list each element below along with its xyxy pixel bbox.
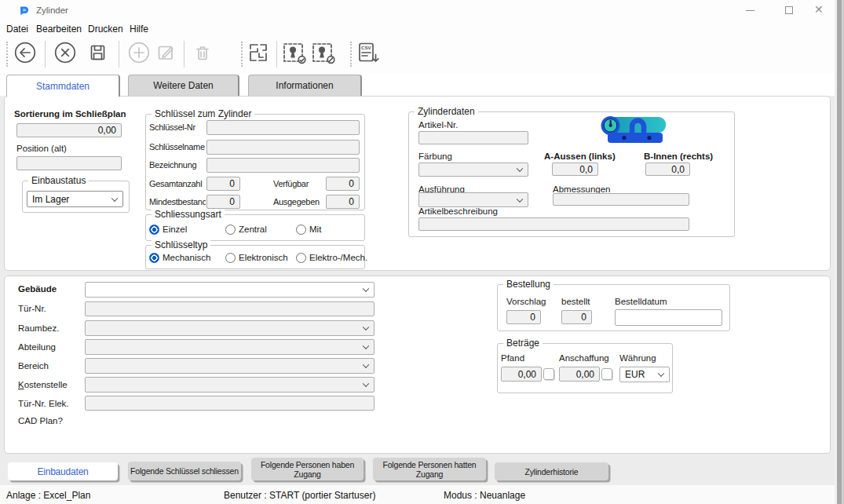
- bottom-tab-personen-hatten-zugang[interactable]: Folgende Personen hatten Zugang: [373, 458, 486, 480]
- raumbez-label: Raumbez.: [18, 323, 59, 333]
- artikel-nr-label: Artikel-Nr.: [418, 120, 458, 130]
- chevron-down-icon: [517, 166, 523, 172]
- ausfuehrung-select[interactable]: [418, 192, 528, 207]
- app-icon: [19, 5, 30, 16]
- pfand-calc-button[interactable]: [543, 368, 554, 380]
- bereich-select[interactable]: [85, 358, 375, 374]
- bottom-tab-schluessel-schliessen[interactable]: Folgende Schlüssel schliessen: [128, 462, 241, 480]
- minimize-button[interactable]: [746, 10, 754, 11]
- gesamtanzahl-field[interactable]: 0: [206, 177, 240, 191]
- elektro-mech-label: Elektro-/Mech.: [309, 253, 367, 262]
- radio-zentral[interactable]: [225, 225, 236, 235]
- schluessel-legend: Schlüssel zum Zylinder: [152, 108, 254, 119]
- add-icon: [127, 41, 151, 64]
- plan-key-unlink-icon: [310, 41, 336, 64]
- delete-button[interactable]: [191, 41, 214, 68]
- bestellt-label: bestellt: [561, 297, 590, 306]
- menu-bearbeiten[interactable]: Bearbeiten: [36, 24, 82, 35]
- bereich-label: Bereich: [18, 361, 49, 371]
- gesamtanzahl-label: Gesamtanzahl: [149, 179, 202, 188]
- ausgegeben-field[interactable]: 0: [326, 195, 360, 209]
- radio-mechanisch[interactable]: [149, 253, 159, 263]
- plan-button[interactable]: [247, 41, 270, 68]
- bestellt-field[interactable]: 0: [561, 310, 592, 324]
- position-alt-label: Position (alt): [16, 144, 67, 153]
- status-modus: Modus : Neuanlage: [444, 490, 525, 501]
- menu-drucken[interactable]: Drucken: [88, 24, 123, 35]
- faerbung-select[interactable]: [418, 163, 528, 177]
- back-button[interactable]: [13, 41, 37, 68]
- raumbez-select[interactable]: [85, 320, 375, 336]
- tuer-nr-elek-label: Tür-Nr. Elek.: [18, 399, 69, 408]
- menu-hilfe[interactable]: Hilfe: [130, 24, 148, 35]
- a-aussen-label: A-Aussen (links): [544, 152, 616, 161]
- tuer-nr-field[interactable]: [85, 301, 375, 316]
- radio-mit[interactable]: [296, 225, 306, 235]
- tuer-nr-elek-field[interactable]: [85, 396, 375, 411]
- schluesselname-field[interactable]: [206, 140, 360, 155]
- toolbar-grip: [350, 42, 352, 67]
- bottom-tab-einbaudaten[interactable]: Einbaudaten: [8, 462, 118, 480]
- gebaeude-select[interactable]: [85, 282, 375, 298]
- close-button[interactable]: ✕: [814, 3, 824, 16]
- anschaffung-field[interactable]: 0,00: [559, 367, 600, 382]
- csv-export-button[interactable]: CSV: [356, 41, 381, 68]
- status-bar: Anlage : Excel_Plan Benutzer : START (po…: [0, 485, 835, 504]
- maximize-button[interactable]: [785, 6, 793, 14]
- schluessel-nr-field[interactable]: [206, 120, 360, 135]
- plan-key-unlink-button[interactable]: [310, 41, 336, 68]
- bezeichnung-field[interactable]: [206, 158, 360, 173]
- tab-weitere-daten[interactable]: Weitere Daten: [128, 75, 239, 96]
- vorschlag-field[interactable]: 0: [506, 310, 541, 324]
- radio-elektro-mech[interactable]: [296, 253, 306, 263]
- artikel-nr-field[interactable]: [418, 131, 528, 144]
- abteilung-select[interactable]: [85, 339, 375, 355]
- kostenstelle-select[interactable]: [85, 377, 375, 393]
- chevron-down-icon: [363, 324, 369, 331]
- toolbar-separator: [276, 41, 277, 68]
- b-innen-field[interactable]: 0,0: [645, 163, 690, 176]
- menu-bar: Datei Bearbeiten Drucken Hilfe: [0, 21, 835, 36]
- sortierung-field[interactable]: 0,00: [16, 123, 122, 137]
- edit-button[interactable]: [154, 41, 177, 68]
- status-anlage: Anlage : Excel_Plan: [6, 490, 90, 501]
- artikelbeschreibung-field[interactable]: [418, 217, 689, 231]
- cancel-button[interactable]: [53, 41, 77, 68]
- chevron-down-icon: [363, 362, 369, 368]
- menu-datei[interactable]: Datei: [6, 24, 28, 35]
- verfuegbar-field[interactable]: 0: [326, 177, 360, 191]
- waehrung-value: EUR: [625, 369, 645, 380]
- mindestbestand-field[interactable]: 0: [206, 195, 240, 209]
- toolbar-grip: [6, 42, 8, 67]
- window-right-edge: [835, 0, 844, 504]
- anschaffung-calc-button[interactable]: [601, 368, 612, 380]
- schliessungsart-legend: Schliessungsart: [152, 209, 225, 220]
- add-button[interactable]: [127, 41, 151, 68]
- tab-stammdaten[interactable]: Stammdaten: [6, 75, 120, 97]
- vorschlag-label: Vorschlag: [506, 297, 546, 306]
- plan-key-link-button[interactable]: [281, 41, 307, 68]
- schluesseltyp-legend: Schlüsseltyp: [152, 239, 210, 250]
- bottom-tab-zylinderhistorie[interactable]: Zylinderhistorie: [495, 462, 608, 480]
- pfand-field[interactable]: 0,00: [501, 367, 542, 382]
- toolbar-separator: [45, 41, 46, 68]
- plan-key-link-icon: [281, 41, 307, 64]
- toolbar-grip: [241, 42, 243, 67]
- zylinderdaten-legend: Zylinderdaten: [415, 106, 478, 117]
- bestelldatum-select[interactable]: [615, 309, 722, 326]
- waehrung-select[interactable]: EUR: [619, 367, 670, 382]
- save-button[interactable]: [86, 41, 109, 68]
- a-aussen-field[interactable]: 0,0: [552, 163, 598, 176]
- faerbung-label: Färbung: [418, 152, 452, 161]
- position-alt-field[interactable]: [16, 156, 122, 170]
- chevron-down-icon: [658, 371, 664, 377]
- artikelbeschreibung-label: Artikelbeschreibung: [418, 206, 498, 216]
- abmessungen-field[interactable]: [553, 193, 689, 206]
- status-benutzer: Benutzer : START (portier Startuser): [224, 490, 375, 501]
- einbaustatus-select[interactable]: Im Lager: [27, 191, 123, 207]
- radio-einzel[interactable]: [149, 225, 159, 235]
- tab-informationen[interactable]: Informationen: [248, 75, 362, 96]
- radio-elektronisch[interactable]: [225, 253, 236, 263]
- bestellung-legend: Bestellung: [503, 279, 554, 290]
- bottom-tab-personen-haben-zugang[interactable]: Folgende Personen haben Zugang: [251, 458, 364, 480]
